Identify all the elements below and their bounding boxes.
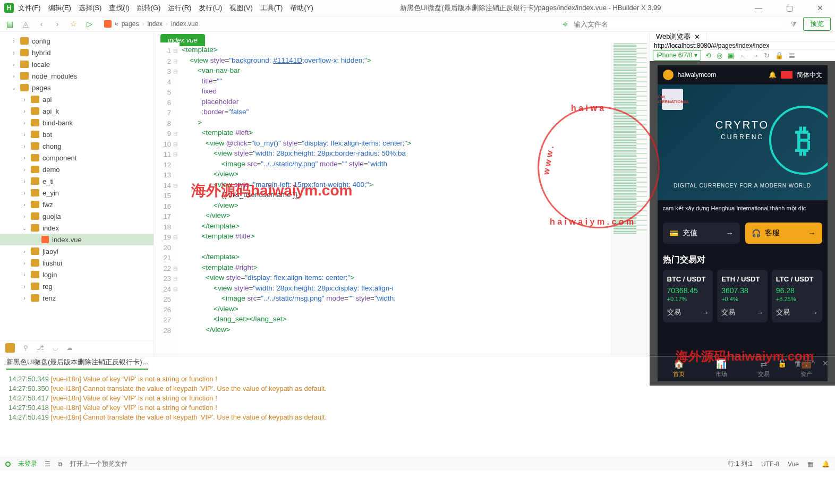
back-icon[interactable]: ‹ (36, 20, 47, 28)
arrow-icon: → (808, 229, 816, 237)
maximize-button[interactable]: ▢ (779, 4, 800, 12)
trade-card[interactable]: ETH / USDT3607.38+0.4%交易→ (717, 270, 768, 322)
terminal-icon[interactable]: ⧉ (58, 460, 63, 468)
file-explorer: ›config›hybrid›locale›node_modules⌄pages… (0, 32, 154, 356)
menu-item[interactable]: 运行(R) (168, 3, 191, 13)
new-file-icon[interactable]: ▤ (4, 20, 15, 28)
close-icon[interactable]: ✕ (822, 359, 829, 368)
brand-name: haiwaiymcom (678, 71, 717, 79)
bitcoin-icon: ₿ (769, 106, 828, 175)
close-button[interactable]: ✕ (810, 4, 831, 12)
sidebar-icon[interactable] (5, 343, 15, 353)
menu-item[interactable]: 发行(U) (199, 3, 222, 13)
search-input[interactable] (574, 20, 783, 28)
status-dot (5, 462, 11, 467)
menu-icon[interactable]: 𝌆 (789, 52, 795, 59)
open-icon[interactable]: ◬ (20, 20, 31, 28)
url-input[interactable] (650, 42, 835, 49)
encoding[interactable]: UTF-8 (761, 460, 779, 468)
menu-item[interactable]: 文件(F) (18, 3, 41, 13)
menu-item[interactable]: 选择(S) (79, 3, 101, 13)
tree-item[interactable]: ›node_modules (0, 70, 154, 82)
sidebar-icon[interactable]: ⚲ (23, 344, 28, 352)
menu-item[interactable]: 视图(V) (229, 3, 252, 13)
code-content[interactable]: <template> <view style="background: #111… (180, 42, 611, 356)
list-icon[interactable]: ☰ (45, 460, 50, 468)
minimap[interactable] (611, 42, 649, 356)
menu-item[interactable]: 工具(T) (260, 3, 283, 13)
sidebar-icon[interactable]: ⎇ (37, 344, 44, 352)
trade-card[interactable]: BTC / USDT70368.45+0.17%交易→ (663, 270, 713, 322)
tree-item[interactable]: ›hybrid (0, 47, 154, 58)
section-title: 热门交易对 (658, 250, 828, 270)
recharge-button[interactable]: 💳充值 → (663, 223, 740, 244)
lock-icon[interactable]: 🔓 (778, 359, 787, 368)
sidebar-icon[interactable]: ◡ (53, 344, 58, 352)
close-icon[interactable]: ✕ (694, 33, 700, 41)
tree-item[interactable]: ›renz (0, 292, 154, 304)
menu-item[interactable]: 查找(I) (109, 3, 129, 13)
filter-icon[interactable]: ⧩ (788, 20, 799, 29)
toolbar: ▤ ◬ ‹ › ☆ ▷ « pages › index › index.vue … (0, 16, 835, 32)
tree-item[interactable]: ›reg (0, 280, 154, 292)
mobile-preview[interactable]: haiwaiymcom 🔔 简体中文 HCM INTERNATIONAL CRY… (658, 65, 828, 381)
tree-item[interactable]: ›locale (0, 58, 154, 70)
preview-tab[interactable]: Web浏览器✕ (650, 32, 707, 41)
sidebar-icon[interactable]: ☁ (66, 344, 73, 352)
tree-item[interactable]: index.vue (0, 234, 154, 245)
preview-button[interactable]: 预览 (803, 17, 831, 31)
device-selector[interactable]: iPhone 6/7/8▾ (653, 50, 701, 61)
bell-icon[interactable]: 🔔 (822, 460, 830, 468)
run-icon[interactable]: ▷ (84, 20, 95, 28)
collapse-icon[interactable]: ˇ^ (809, 359, 815, 368)
tree-item[interactable]: ⌄pages (0, 82, 154, 93)
console-tab[interactable]: 新黑色UI微盘(最后版本删除注销正反银行卡)... (6, 357, 148, 370)
tree-item[interactable]: ›fwz (0, 199, 154, 210)
breadcrumb-item[interactable]: index.vue (171, 20, 198, 28)
forward-icon[interactable]: › (52, 20, 63, 28)
forward-icon[interactable]: → (752, 52, 759, 59)
tree-item[interactable]: ⌄index (0, 222, 154, 234)
tree-item[interactable]: ›bind-bank (0, 117, 154, 129)
lock-icon[interactable]: 🔒 (775, 52, 783, 59)
language-label[interactable]: 简体中文 (797, 71, 822, 80)
tree-item[interactable]: ›jiaoyi (0, 245, 154, 257)
menu-item[interactable]: 编辑(E) (48, 3, 71, 13)
star-icon[interactable]: ☆ (68, 20, 79, 28)
reload-icon[interactable]: ↻ (764, 52, 770, 59)
login-status[interactable]: 未登录 (18, 459, 37, 468)
target-icon[interactable]: ◎ (717, 52, 722, 59)
tree-item[interactable]: ›bot (0, 129, 154, 140)
tree-item[interactable]: ›liushui (0, 257, 154, 269)
tree-item[interactable]: ›chong (0, 140, 154, 152)
tree-item[interactable]: ›demo (0, 164, 154, 175)
trade-card[interactable]: LTC / USDT96.28+8.25%交易→ (772, 270, 822, 322)
refresh-icon[interactable]: ⟲ (705, 52, 711, 59)
window-controls: — ▢ ✕ (748, 4, 831, 12)
service-button[interactable]: 🎧客服 → (745, 223, 822, 244)
tree-item[interactable]: ›component (0, 152, 154, 164)
statusbar: 未登录 ☰ ⧉ 打开上一个预览文件 行:1 列:1 UTF-8 Vue ▦ 🔔 (0, 457, 835, 471)
grid-icon[interactable]: ▦ (807, 460, 813, 468)
minimize-button[interactable]: — (748, 4, 769, 12)
menu-item[interactable]: 帮助(Y) (290, 3, 313, 13)
tree-item[interactable]: ›login (0, 269, 154, 280)
tree-item[interactable]: ›api_k (0, 105, 154, 117)
breadcrumb-item[interactable]: pages (122, 20, 139, 28)
back-icon[interactable]: ← (739, 52, 746, 59)
tree-item[interactable]: ›guojia (0, 210, 154, 222)
bell-icon[interactable]: 🔔 (769, 71, 777, 79)
trash-icon[interactable]: 🗑 (794, 359, 802, 368)
search-icon[interactable]: ⎆ (560, 20, 570, 28)
language-mode[interactable]: Vue (788, 460, 799, 468)
menu-item[interactable]: 跳转(G) (137, 3, 161, 13)
tree-item[interactable]: ›api (0, 93, 154, 105)
tree-item[interactable]: ›config (0, 35, 154, 47)
open-preview-label[interactable]: 打开上一个预览文件 (70, 459, 127, 468)
window-title: 新黑色UI微盘(最后版本删除注销正反银行卡)/pages/index/index… (313, 3, 748, 13)
cursor-position: 行:1 列:1 (728, 459, 753, 468)
screenshot-icon[interactable]: ▣ (728, 52, 734, 59)
breadcrumb-item[interactable]: index (147, 20, 163, 28)
tree-item[interactable]: ›e_ti (0, 175, 154, 187)
tree-item[interactable]: ›e_yin (0, 187, 154, 199)
